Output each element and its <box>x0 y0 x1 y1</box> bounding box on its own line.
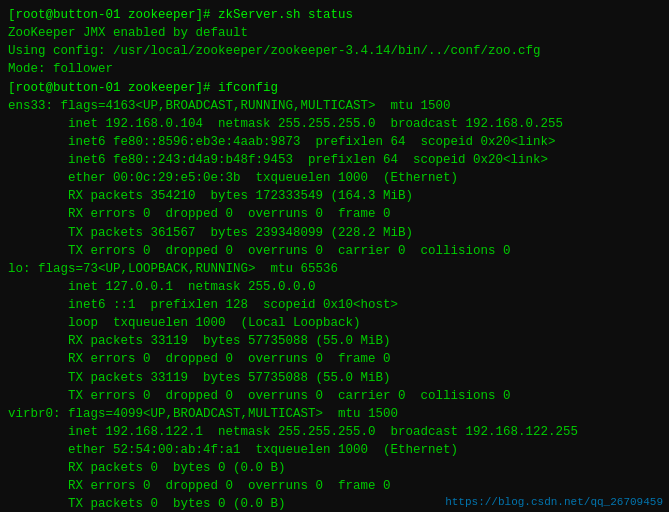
terminal-line: [root@button-01 zookeeper]# ifconfig <box>8 79 661 97</box>
terminal-line: inet6 ::1 prefixlen 128 scopeid 0x10<hos… <box>8 296 661 314</box>
terminal-line: Using config: /usr/local/zookeeper/zooke… <box>8 42 661 60</box>
terminal-line: loop txqueuelen 1000 (Local Loopback) <box>8 314 661 332</box>
terminal-line: Mode: follower <box>8 60 661 78</box>
terminal-line: lo: flags=73<UP,LOOPBACK,RUNNING> mtu 65… <box>8 260 661 278</box>
terminal-line: RX errors 0 dropped 0 overruns 0 frame 0 <box>8 350 661 368</box>
terminal-line: TX packets 33119 bytes 57735088 (55.0 Mi… <box>8 369 661 387</box>
terminal-line: inet6 fe80::243:d4a9:b48f:9453 prefixlen… <box>8 151 661 169</box>
terminal-line: inet 192.168.122.1 netmask 255.255.255.0… <box>8 423 661 441</box>
terminal-line: TX errors 0 dropped 0 overruns 0 carrier… <box>8 387 661 405</box>
terminal-line: RX packets 354210 bytes 172333549 (164.3… <box>8 187 661 205</box>
terminal-line: inet 192.168.0.104 netmask 255.255.255.0… <box>8 115 661 133</box>
terminal-line: ether 52:54:00:ab:4f:a1 txqueuelen 1000 … <box>8 441 661 459</box>
terminal-line: ens33: flags=4163<UP,BROADCAST,RUNNING,M… <box>8 97 661 115</box>
terminal-line: ether 00:0c:29:e5:0e:3b txqueuelen 1000 … <box>8 169 661 187</box>
terminal-window: [root@button-01 zookeeper]# zkServer.sh … <box>0 0 669 512</box>
terminal-line: [root@button-01 zookeeper]# zkServer.sh … <box>8 6 661 24</box>
terminal-line: RX errors 0 dropped 0 overruns 0 frame 0 <box>8 477 661 495</box>
terminal-line: RX packets 0 bytes 0 (0.0 B) <box>8 459 661 477</box>
terminal-line: virbr0: flags=4099<UP,BROADCAST,MULTICAS… <box>8 405 661 423</box>
terminal-line: ZooKeeper JMX enabled by default <box>8 24 661 42</box>
terminal-line: RX errors 0 dropped 0 overruns 0 frame 0 <box>8 205 661 223</box>
terminal-line: inet 127.0.0.1 netmask 255.0.0.0 <box>8 278 661 296</box>
watermark: https://blog.csdn.net/qq_26709459 <box>445 496 663 508</box>
terminal-line: inet6 fe80::8596:eb3e:4aab:9873 prefixle… <box>8 133 661 151</box>
terminal-line: TX errors 0 dropped 0 overruns 0 carrier… <box>8 242 661 260</box>
terminal-line: RX packets 33119 bytes 57735088 (55.0 Mi… <box>8 332 661 350</box>
terminal-content: [root@button-01 zookeeper]# zkServer.sh … <box>8 6 661 512</box>
terminal-line: TX packets 361567 bytes 239348099 (228.2… <box>8 224 661 242</box>
